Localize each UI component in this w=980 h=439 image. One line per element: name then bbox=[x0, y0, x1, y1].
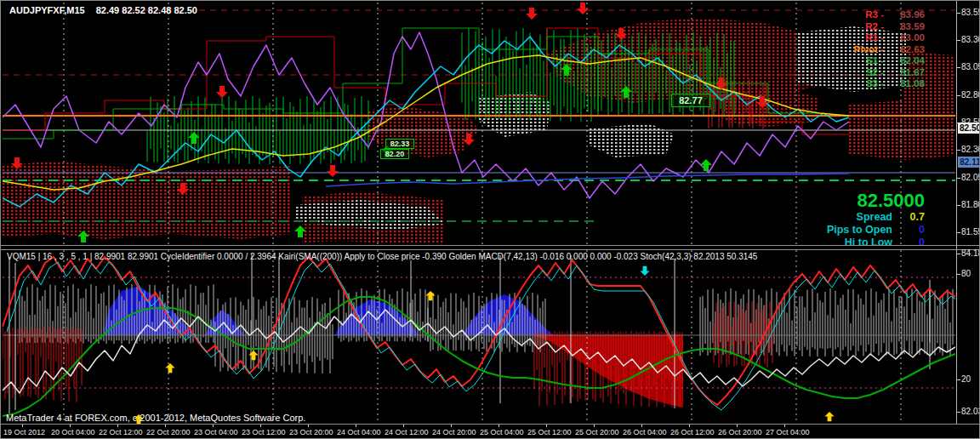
axis-tick-label: 20 bbox=[961, 374, 971, 384]
down-signal-arrow bbox=[577, 3, 589, 14]
chart-price-label: 82.33 bbox=[385, 139, 414, 149]
pivot-label: S1 - bbox=[866, 55, 884, 66]
pivot-row: S2 -81.67 bbox=[854, 67, 925, 79]
axis-tick bbox=[957, 95, 960, 96]
axis-tick-label: 84.1867 bbox=[961, 248, 980, 258]
time-tick bbox=[641, 425, 642, 427]
pivot-row: R2 -83.59 bbox=[854, 21, 925, 33]
axis-tick bbox=[957, 150, 960, 151]
axis-tick-label: 83.30 bbox=[961, 35, 980, 44]
time-tick bbox=[117, 425, 118, 427]
time-tick bbox=[165, 425, 166, 427]
axis-tick-label: 81.80 bbox=[961, 200, 980, 209]
price-marker-82.11: 82.11 bbox=[958, 157, 980, 168]
quote-row-value: 0 bbox=[899, 224, 925, 237]
axis-tick bbox=[957, 205, 960, 206]
axis-tick-label: 83.55 bbox=[961, 8, 980, 17]
pivot-row: S1 -82.04 bbox=[854, 55, 925, 67]
main-chart-window[interactable]: AUDJPYFXF,M15 82.49 82.52 82.48 82.50 R3… bbox=[3, 3, 955, 245]
time-label: 23 Oct 12:00 bbox=[242, 428, 286, 436]
time-axis[interactable]: 19 Oct 201220 Oct 04:0022 Oct 12:0022 Oc… bbox=[1, 424, 980, 439]
pivot-value: 81.08 bbox=[889, 78, 925, 90]
time-tick bbox=[594, 425, 595, 427]
time-tick bbox=[784, 425, 785, 427]
time-tick bbox=[22, 425, 23, 427]
chart-price-label: 82.77 bbox=[671, 94, 710, 107]
quote-row-value: 0.7 bbox=[899, 211, 925, 224]
pivot-row: R1 -83.00 bbox=[854, 32, 925, 44]
down-signal-arrow bbox=[640, 266, 649, 276]
up-signal-arrow bbox=[248, 351, 258, 360]
indicator-window[interactable]: VQM15 | 16 , 3 , 5 , 1 | 82.9901 82.9901… bbox=[3, 250, 955, 424]
pivot-label: R1 - bbox=[865, 32, 884, 43]
time-label: 22 Oct 12:00 bbox=[99, 428, 143, 436]
axis-tick-label: 82.0309 bbox=[961, 407, 980, 416]
time-label: 19 Oct 2012 bbox=[3, 428, 45, 436]
up-signal-arrow bbox=[165, 363, 174, 373]
time-label: 24 Oct 12:00 bbox=[385, 428, 429, 436]
axis-tick bbox=[957, 379, 960, 380]
symbol-period-label: AUDJPYFXF,M15 bbox=[9, 5, 85, 15]
up-signal-arrow bbox=[425, 291, 435, 300]
time-tick bbox=[403, 425, 404, 427]
time-tick bbox=[737, 425, 738, 427]
down-signal-arrow bbox=[216, 86, 228, 98]
time-tick bbox=[499, 425, 499, 427]
time-label: 24 Oct 20:00 bbox=[432, 428, 476, 436]
quote-price: 82.5000 bbox=[827, 191, 925, 211]
indicator-canvas[interactable] bbox=[3, 250, 955, 424]
pivot-row: R3 -83.96 bbox=[854, 9, 925, 21]
axis-tick-label: 80 bbox=[961, 269, 971, 278]
time-label: 27 Oct 04:00 bbox=[766, 428, 810, 436]
axis-tick-label: 82.80 bbox=[961, 90, 980, 100]
time-tick bbox=[308, 425, 309, 427]
axis-tick-label: 82.05 bbox=[961, 173, 980, 182]
quote-panel: 82.5000 Spread0.7Pips to Open0Hi to Low0 bbox=[827, 191, 925, 249]
time-label: 23 Oct 04:00 bbox=[194, 428, 238, 436]
time-label: 26 Oct 04:00 bbox=[623, 428, 667, 436]
axis-tick bbox=[957, 232, 960, 233]
time-label: 26 Oct 12:00 bbox=[670, 428, 715, 436]
white-dotted-cloud bbox=[590, 123, 675, 157]
time-label: 23 Oct 20:00 bbox=[289, 428, 333, 436]
quote-rows: Spread0.7Pips to Open0Hi to Low0 bbox=[827, 211, 925, 249]
time-tick bbox=[356, 425, 356, 427]
pivot-label: S2 - bbox=[866, 67, 884, 77]
pivot-row: Pivot -82.63 bbox=[854, 44, 925, 56]
indicator-price-axis[interactable]: 84.1867802082.0309 bbox=[957, 250, 980, 424]
time-label: 25 Oct 20:00 bbox=[575, 428, 619, 436]
axis-tick-label: 81.55 bbox=[961, 227, 980, 237]
up-signal-arrow bbox=[134, 414, 143, 424]
time-tick bbox=[70, 425, 71, 427]
quote-row-label: Spread bbox=[857, 211, 892, 223]
time-tick bbox=[546, 425, 547, 427]
quote-row: Pips to Open0 bbox=[827, 224, 925, 237]
time-label: 24 Oct 04:00 bbox=[337, 428, 381, 436]
axis-tick bbox=[957, 412, 960, 413]
time-label: 22 Oct 20:00 bbox=[146, 428, 191, 436]
chart-title: AUDJPYFXF,M15 82.49 82.52 82.48 82.50 bbox=[9, 5, 197, 15]
pivot-label: R3 - bbox=[865, 9, 884, 20]
main-chart-canvas[interactable] bbox=[3, 3, 955, 245]
time-label: 25 Oct 12:00 bbox=[527, 428, 572, 436]
axis-tick-label: 83.05 bbox=[961, 62, 980, 71]
price-marker-82.50: 82.50 bbox=[958, 123, 980, 134]
pivot-value: 82.04 bbox=[889, 55, 925, 67]
pivot-label: R2 - bbox=[865, 21, 884, 31]
quote-row-label: Pips to Open bbox=[827, 224, 892, 236]
pivot-value: 83.00 bbox=[889, 32, 925, 44]
ohlc-values: 82.49 82.52 82.48 82.50 bbox=[96, 5, 197, 15]
axis-tick bbox=[957, 274, 960, 275]
pivot-label: Pivot - bbox=[854, 44, 884, 54]
chart-price-label: 82.20 bbox=[380, 149, 409, 159]
mt4-terminal: AUDJPYFXF,M15 82.49 82.52 82.48 82.50 R3… bbox=[0, 0, 980, 439]
time-tick bbox=[260, 425, 261, 427]
main-price-axis[interactable]: 83.5583.3083.0582.8082.5582.3082.0581.80… bbox=[957, 1, 980, 246]
pivot-value: 82.63 bbox=[889, 44, 925, 56]
pivot-label: S3 - bbox=[866, 78, 884, 88]
time-tick bbox=[451, 425, 452, 427]
axis-tick bbox=[957, 67, 960, 68]
time-tick bbox=[213, 425, 214, 427]
pivot-value: 81.67 bbox=[889, 67, 925, 79]
down-signal-arrow bbox=[327, 165, 339, 177]
